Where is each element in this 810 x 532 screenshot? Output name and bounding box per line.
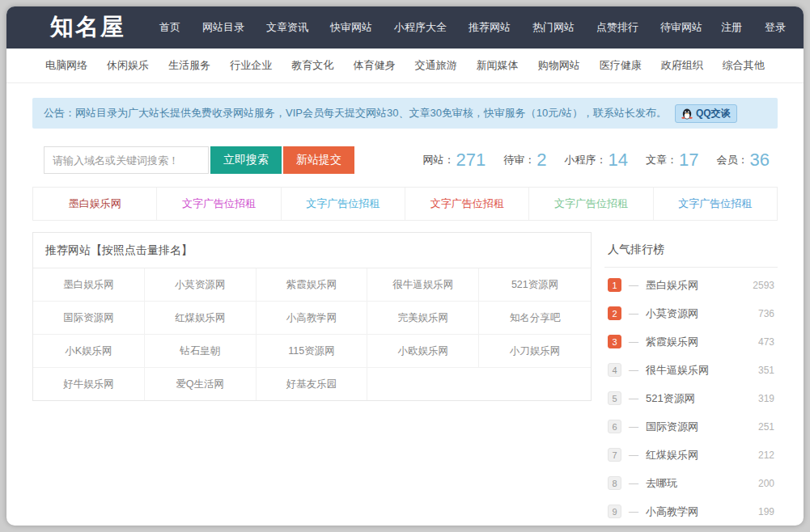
rank-dash: — (629, 478, 638, 489)
ranked-site-link[interactable]: 红煤娱乐网 (646, 448, 698, 462)
category-link-5[interactable]: 教育文化 (291, 58, 333, 73)
grid-row-4: 好牛娱乐网爱Q生活网好基友乐园 (33, 368, 591, 400)
ranked-site-link[interactable]: 很牛逼娱乐网 (646, 363, 709, 378)
rank-badge: 2 (608, 306, 621, 320)
ranking-item-8: 8—去哪玩200 (608, 469, 774, 497)
rank-dash: — (629, 393, 638, 404)
ranking-item-2: 2—小莫资源网736 (608, 299, 774, 327)
site-link[interactable]: 爱Q生活网 (145, 368, 257, 400)
recommended-title: 推荐网站【按照点击量排名】 (33, 233, 591, 268)
rank-badge: 4 (608, 363, 621, 377)
nav-item-8[interactable]: 点赞排行 (596, 20, 638, 35)
qq-chat-label: QQ交谈 (696, 107, 731, 120)
ad-link-4[interactable]: 文字广告位招租 (405, 188, 529, 220)
ad-link-5[interactable]: 文字广告位招租 (529, 188, 653, 220)
stat-label: 小程序： (565, 153, 607, 167)
site-link[interactable]: 521资源网 (479, 268, 591, 301)
nav-item-4[interactable]: 快审网站 (330, 20, 372, 35)
stat-value: 36 (750, 150, 770, 171)
stat-value: 14 (609, 150, 628, 171)
ranking-list: 1—墨白娱乐网25932—小莫资源网7363—紫霞娱乐网4734—很牛逼娱乐网3… (604, 268, 778, 526)
rank-count: 251 (758, 421, 774, 433)
category-link-7[interactable]: 交通旅游 (414, 58, 456, 73)
login-link[interactable]: 登录 (765, 20, 786, 35)
ranked-site-link[interactable]: 墨白娱乐网 (646, 278, 698, 293)
stat-value: 271 (456, 150, 486, 171)
rank-count: 2593 (753, 280, 774, 291)
ranked-site-link[interactable]: 小高教学网 (646, 505, 698, 519)
nav-item-6[interactable]: 推荐网站 (469, 20, 511, 35)
ranking-item-5: 5—521资源网319 (608, 384, 774, 412)
qq-penguin-icon (681, 108, 693, 120)
site-link[interactable]: 知名分享吧 (479, 302, 591, 334)
ranked-site-link[interactable]: 紫霞娱乐网 (646, 335, 698, 349)
qq-chat-button[interactable]: QQ交谈 (675, 104, 737, 123)
rank-dash: — (629, 421, 638, 433)
stat-label: 待审： (503, 153, 535, 167)
category-link-6[interactable]: 体育健身 (353, 58, 395, 73)
site-link[interactable]: 115资源网 (257, 335, 368, 367)
category-link-12[interactable]: 综合其他 (723, 58, 765, 73)
rank-dash: — (629, 280, 638, 291)
site-link[interactable]: 国际资源网 (33, 302, 145, 334)
category-link-11[interactable]: 政府组织 (661, 58, 703, 73)
ranked-site-link[interactable]: 国际资源网 (646, 420, 698, 434)
rank-count: 473 (758, 336, 774, 348)
site-link[interactable]: 完美娱乐网 (367, 302, 479, 334)
ad-link-1[interactable]: 墨白娱乐网 (33, 188, 157, 220)
category-link-3[interactable]: 生活服务 (168, 58, 210, 73)
ad-link-6[interactable]: 文字广告位招租 (654, 188, 777, 220)
register-link[interactable]: 注册 (721, 20, 742, 35)
top-navbar: 知名屋 首页网站目录文章资讯快审网站小程序大全推荐网站热门网站点赞排行待审网站 … (6, 6, 804, 49)
rank-count: 212 (758, 450, 774, 461)
rank-badge: 3 (608, 335, 621, 348)
ranking-item-3: 3—紫霞娱乐网473 (608, 327, 774, 356)
site-link[interactable]: 红煤娱乐网 (145, 302, 257, 334)
rank-count: 736 (758, 308, 774, 319)
nav-item-1[interactable]: 首页 (159, 20, 180, 35)
site-link[interactable]: 小欧娱乐网 (367, 335, 479, 367)
site-link[interactable]: 钻石皇朝 (145, 335, 257, 367)
site-link[interactable]: 小高教学网 (257, 302, 368, 334)
submit-site-button[interactable]: 新站提交 (283, 146, 354, 174)
ad-link-3[interactable]: 文字广告位招租 (282, 188, 405, 220)
stat-item-4: 文章：17 (646, 150, 698, 171)
ranked-site-link[interactable]: 521资源网 (646, 391, 695, 406)
stat-value: 17 (679, 150, 698, 171)
site-link[interactable]: 好牛娱乐网 (33, 368, 145, 400)
site-link[interactable]: 很牛逼娱乐网 (367, 268, 479, 301)
rank-badge: 8 (608, 476, 621, 490)
search-input[interactable] (44, 146, 209, 174)
ad-link-2[interactable]: 文字广告位招租 (157, 188, 281, 220)
rank-badge: 6 (608, 420, 621, 433)
ranked-site-link[interactable]: 小莫资源网 (646, 306, 698, 321)
site-logo[interactable]: 知名屋 (50, 11, 125, 44)
site-link[interactable]: 墨白娱乐网 (33, 268, 145, 301)
stat-label: 会员： (717, 153, 749, 167)
category-link-4[interactable]: 行业企业 (230, 58, 272, 73)
site-link[interactable]: 好基友乐园 (257, 368, 368, 400)
rank-badge: 5 (608, 391, 621, 405)
site-link[interactable]: 紫霞娱乐网 (257, 268, 368, 301)
category-link-1[interactable]: 电脑网络 (45, 58, 87, 73)
ranked-site-link[interactable]: 去哪玩 (646, 476, 677, 491)
nav-item-2[interactable]: 网站目录 (202, 20, 244, 35)
rank-dash: — (629, 365, 638, 376)
search-button[interactable]: 立即搜索 (210, 146, 282, 174)
category-link-10[interactable]: 医疗健康 (600, 58, 642, 73)
stat-label: 文章： (646, 153, 677, 167)
nav-item-9[interactable]: 待审网站 (660, 20, 702, 35)
site-link[interactable]: 小刀娱乐网 (479, 335, 591, 367)
category-link-8[interactable]: 新闻媒体 (477, 58, 519, 73)
category-link-2[interactable]: 休闲娱乐 (107, 58, 149, 73)
announcement-text: 公告：网站目录为广大站长提供免费收录网站服务，VIP会员每天提交网站30、文章3… (44, 106, 667, 120)
rank-dash: — (629, 308, 638, 319)
site-link[interactable]: 小莫资源网 (145, 268, 257, 301)
site-link[interactable]: 小K娱乐网 (33, 335, 145, 367)
nav-item-3[interactable]: 文章资讯 (266, 20, 308, 35)
nav-item-7[interactable]: 热门网站 (532, 20, 575, 35)
nav-item-5[interactable]: 小程序大全 (394, 20, 447, 35)
recommended-grid: 墨白娱乐网小莫资源网紫霞娱乐网很牛逼娱乐网521资源网国际资源网红煤娱乐网小高教… (33, 268, 591, 400)
rank-dash: — (629, 336, 638, 348)
category-link-9[interactable]: 购物网站 (538, 58, 580, 73)
